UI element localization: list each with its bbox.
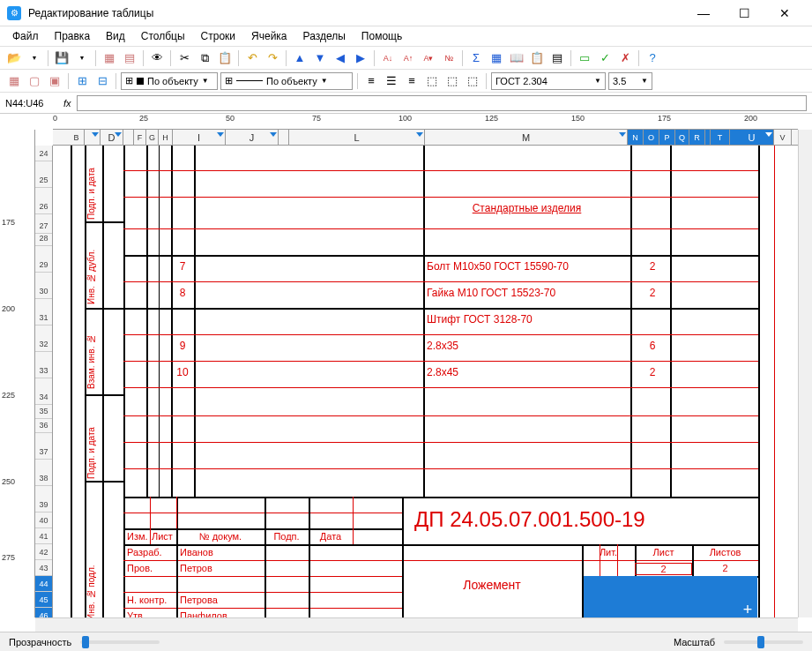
col-B[interactable]: B <box>69 130 85 145</box>
label-podp-data-2: Подп. и дата <box>86 410 96 479</box>
border-outer-icon[interactable]: ▣ <box>46 72 63 90</box>
scrollbar-horizontal[interactable] <box>35 617 798 632</box>
cancel-icon[interactable]: ✗ <box>616 49 634 67</box>
std-items-header: Стандартные изделия <box>423 202 630 214</box>
arrow-left-icon[interactable]: ◀ <box>332 49 349 67</box>
menu-help[interactable]: Помощь <box>354 28 409 44</box>
scrollbar-vertical[interactable] <box>798 130 812 617</box>
menu-rows[interactable]: Строки <box>194 28 242 44</box>
col-J[interactable]: J <box>226 130 279 145</box>
col-O[interactable]: O <box>644 130 659 145</box>
toolbar-2: ▦ ▢ ▣ ⊞ ⊟ ⊞ По объекту▼ ⊞ По объекту▼ ≡ … <box>0 69 812 92</box>
eye-icon[interactable]: 👁 <box>148 49 166 67</box>
part-name: Ложемент <box>402 578 582 592</box>
minimize-button[interactable]: — <box>683 0 724 26</box>
save-drop-icon[interactable]: ▼ <box>73 49 91 67</box>
selection-fill <box>584 576 757 617</box>
menu-columns[interactable]: Столбцы <box>134 28 192 44</box>
toggle-icon[interactable]: ⊞ <box>73 72 91 90</box>
col-Q[interactable]: Q <box>675 130 689 145</box>
scale-slider[interactable] <box>724 640 803 644</box>
col-G[interactable]: G <box>146 130 159 145</box>
align-right-icon[interactable]: ≡ <box>403 72 421 90</box>
col-R[interactable]: R <box>689 130 705 145</box>
align-bot-icon[interactable]: ⬚ <box>464 72 481 90</box>
col-V[interactable]: V <box>774 130 792 145</box>
col-D[interactable]: D <box>101 130 123 145</box>
maximize-button[interactable]: ☐ <box>724 0 764 26</box>
col-I[interactable]: I <box>173 130 226 145</box>
arrow-down-icon[interactable]: ▼ <box>311 49 329 67</box>
toggle2-icon[interactable]: ⊟ <box>93 72 111 90</box>
menu-file[interactable]: Файл <box>5 28 46 44</box>
menu-cell[interactable]: Ячейка <box>244 28 294 44</box>
col-T[interactable]: T <box>711 130 730 145</box>
col-N[interactable]: N <box>628 130 644 145</box>
menu-view[interactable]: Вид <box>99 28 132 44</box>
app-icon: ⚙ <box>7 6 21 20</box>
arrow-right-icon[interactable]: ▶ <box>352 49 369 67</box>
sum-icon[interactable]: Σ <box>467 49 485 67</box>
close-button[interactable]: ✕ <box>764 0 805 26</box>
border-none-icon[interactable]: ▢ <box>26 72 43 90</box>
save-icon[interactable]: 💾 <box>53 49 71 67</box>
transparency-slider[interactable] <box>80 640 160 644</box>
canvas-area: 0 25 50 75 100 125 150 175 200 175 200 2… <box>0 113 812 632</box>
cell-reference-bar: N44:U46 fx <box>0 92 812 113</box>
ruler-horizontal: 0 25 50 75 100 125 150 175 200 <box>53 114 798 130</box>
open-icon[interactable]: 📂 <box>5 49 23 67</box>
formula-input[interactable] <box>77 95 807 111</box>
col-P[interactable]: P <box>659 130 675 145</box>
ruler-vertical: 175 200 225 250 275 <box>0 130 35 617</box>
undo-icon[interactable]: ↶ <box>243 49 261 67</box>
check-icon[interactable]: ✓ <box>596 49 614 67</box>
paste-icon[interactable]: 📋 <box>216 49 234 67</box>
label-inv-dubl: Инв. № дубл. <box>86 234 96 304</box>
table-icon[interactable]: ▦ <box>488 49 505 67</box>
sheet[interactable]: Подп. и дата Инв. № дубл. Взам. инв. № П… <box>53 146 798 617</box>
label-vzam: Взам. инв. № <box>86 318 96 389</box>
clipboard-icon[interactable]: 📋 <box>528 49 546 67</box>
book-icon[interactable]: 📖 <box>508 49 525 67</box>
line-style-dropdown[interactable]: ⊞ По объекту▼ <box>121 72 218 90</box>
align-center-icon[interactable]: ☰ <box>383 72 400 90</box>
copy-icon[interactable]: ⧉ <box>196 49 213 67</box>
row-headers[interactable]: 24 25 26 27 28 29 30 31 32 33 34 35 36 3… <box>35 146 53 617</box>
cells-icon[interactable]: ▦ <box>101 49 118 67</box>
border-all-icon[interactable]: ▦ <box>5 72 23 90</box>
sort-num-icon[interactable]: № <box>440 49 458 67</box>
col-U[interactable]: U <box>730 130 774 145</box>
arrow-up-icon[interactable]: ▲ <box>291 49 309 67</box>
redo-icon[interactable]: ↷ <box>264 49 281 67</box>
col-M[interactable]: M <box>425 130 628 145</box>
open-drop-icon[interactable]: ▼ <box>26 49 43 67</box>
window-title: Редактирование таблицы <box>28 7 683 19</box>
sheet-icon[interactable]: ▤ <box>548 49 566 67</box>
sort-za-icon[interactable]: A↑ <box>399 49 417 67</box>
fx-icon[interactable]: fx <box>63 98 71 108</box>
statusbar: Прозрачность Масштаб <box>0 632 812 651</box>
line-type-dropdown[interactable]: ⊞ По объекту▼ <box>220 72 353 90</box>
menu-sections[interactable]: Разделы <box>296 28 353 44</box>
scale-label: Масштаб <box>674 637 715 647</box>
font-dropdown[interactable]: ГОСТ 2.304▼ <box>491 72 606 90</box>
selection-handle[interactable]: + <box>741 604 755 617</box>
column-headers[interactable]: B D F G H I J L M N O P Q R T U V <box>53 130 798 146</box>
align-left-icon[interactable]: ≡ <box>362 72 380 90</box>
help-icon[interactable]: ? <box>644 49 661 67</box>
align-top-icon[interactable]: ⬚ <box>423 72 441 90</box>
cut-icon[interactable]: ✂ <box>175 49 193 67</box>
label-podp-data-1: Подп. и дата <box>86 151 96 220</box>
check-green-icon[interactable]: ▭ <box>576 49 593 67</box>
toolbar-1: 📂 ▼ 💾 ▼ ▦ ▤ 👁 ✂ ⧉ 📋 ↶ ↷ ▲ ▼ ◀ ▶ A↓ A↑ A▾… <box>0 46 812 69</box>
sort-az-icon[interactable]: A↓ <box>379 49 397 67</box>
filter-icon[interactable]: A▾ <box>420 49 437 67</box>
drawing-code: ДП 24.05.07.001.500-19 <box>414 507 645 532</box>
menu-edit[interactable]: Правка <box>48 28 98 44</box>
col-L[interactable]: L <box>289 130 425 145</box>
size-dropdown[interactable]: 3.5▼ <box>608 72 652 90</box>
col-H[interactable]: H <box>159 130 173 145</box>
align-mid-icon[interactable]: ⬚ <box>443 72 461 90</box>
grid-icon[interactable]: ▤ <box>121 49 138 67</box>
col-F[interactable]: F <box>134 130 146 145</box>
